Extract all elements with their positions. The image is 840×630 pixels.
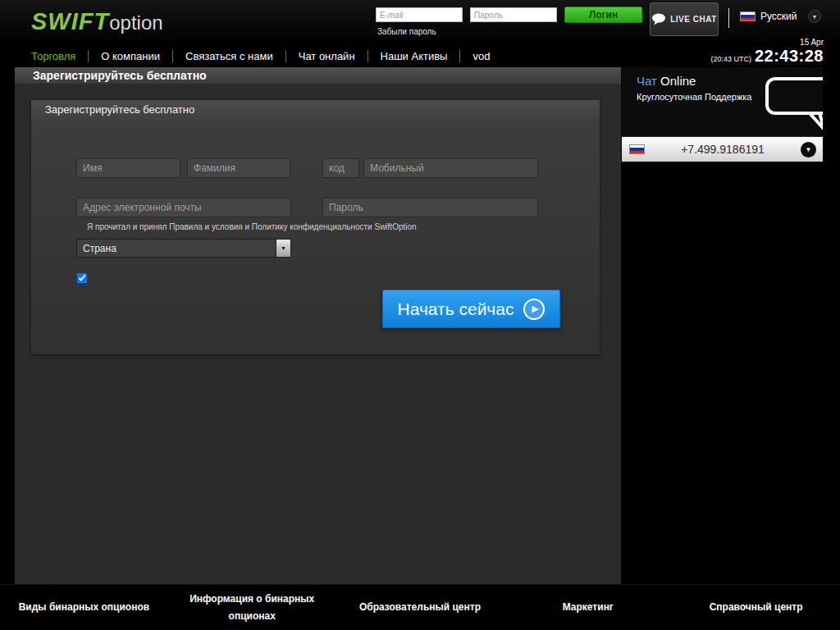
logo[interactable]: SWIFToption — [31, 8, 163, 35]
arrow-right-icon: ▶ — [523, 299, 545, 320]
speech-bubble-icon — [764, 74, 823, 136]
language-caret-icon[interactable]: ▼ — [808, 10, 821, 23]
login-password-input[interactable] — [470, 7, 557, 22]
login-email-input[interactable] — [376, 7, 463, 22]
clock-utc: (20:43 UTC) — [710, 55, 751, 63]
chat-widget-subtitle: Круглосуточная Поддержка — [637, 92, 751, 102]
chat-title-chat: Чат — [637, 74, 657, 88]
login-button[interactable]: Логин — [564, 7, 642, 23]
forgot-password-link[interactable]: Забыли пароль — [377, 27, 436, 36]
phone-bar: +7.499.9186191 ▼ — [622, 136, 823, 162]
country-select-value: Страна — [77, 243, 276, 254]
terms-checkbox[interactable] — [77, 273, 87, 283]
header-divider — [728, 8, 729, 28]
phone-code-input[interactable] — [322, 158, 359, 178]
nav-item-about[interactable]: О компании — [89, 50, 173, 62]
phone-flag-icon — [629, 144, 645, 154]
clock-time: 22:43:28 — [755, 47, 824, 66]
language-selector[interactable]: Русский — [760, 11, 797, 22]
mobile-input[interactable] — [363, 158, 538, 178]
footer-link-marketing[interactable]: Маркетинг — [504, 599, 672, 615]
nav-item-chat-online[interactable]: Чат онлайн — [286, 50, 368, 62]
email-input[interactable] — [76, 198, 291, 217]
live-chat-button[interactable]: LIVE CHAT — [650, 2, 719, 36]
nav-item-vod[interactable]: vod — [460, 50, 502, 62]
chat-widget[interactable]: Чат Online Круглосуточная Поддержка — [622, 67, 823, 136]
last-name-input[interactable] — [187, 158, 290, 178]
chat-bubble-icon — [651, 13, 666, 25]
start-now-label: Начать сейчас — [398, 299, 514, 319]
footer: Виды бинарных опционов Информация о бина… — [0, 584, 840, 630]
footer-link-binary-info[interactable]: Информация о бинарных опционах — [168, 591, 336, 624]
terms-text: Я прочитал и принял Правила и условия и … — [87, 222, 546, 231]
chat-title-online: Online — [660, 74, 696, 88]
phone-dropdown-icon[interactable]: ▼ — [801, 142, 816, 158]
nav-item-contact[interactable]: Связаться с нами — [173, 50, 286, 62]
clock: 15 Apr (20:43 UTC) 22:43:28 — [710, 38, 824, 66]
form-title: Зарегистрируйтесь бесплатно — [31, 100, 600, 120]
start-now-button[interactable]: Начать сейчас ▶ — [382, 290, 560, 328]
logo-swift: SWIFT — [31, 8, 109, 34]
footer-link-binary-types[interactable]: Виды бинарных опционов — [0, 599, 168, 615]
select-arrow-icon: ▼ — [276, 240, 290, 257]
phone-number: +7.499.9186191 — [645, 143, 801, 156]
logo-option: option — [109, 11, 162, 34]
page-title: Зарегистрируйтесь бесплатно — [15, 67, 621, 84]
footer-link-help-center[interactable]: Справочный центр — [672, 599, 840, 615]
main-nav: Торговля О компании Связаться с нами Чат… — [31, 45, 502, 67]
country-select[interactable]: Страна ▼ — [76, 239, 291, 258]
clock-date: 15 Apr — [800, 38, 824, 47]
nav-item-trading[interactable]: Торговля — [31, 50, 89, 62]
nav-item-assets[interactable]: Наши Активы — [368, 50, 461, 62]
first-name-input[interactable] — [76, 158, 180, 178]
registration-form: Зарегистрируйтесь бесплатно Я прочитал и… — [31, 100, 600, 354]
footer-link-education[interactable]: Образовательный центр — [336, 599, 504, 615]
russian-flag-icon — [740, 11, 756, 21]
password-input[interactable] — [322, 198, 538, 217]
chat-widget-title: Чат Online — [637, 74, 696, 88]
live-chat-label: LIVE CHAT — [670, 15, 717, 24]
